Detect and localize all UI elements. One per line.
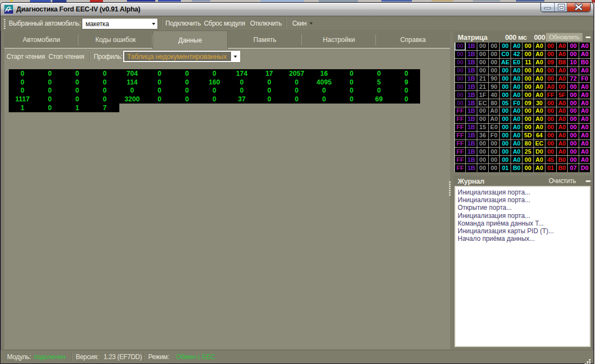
journal-collapse-button[interactable] <box>586 180 591 182</box>
matrix-cell[interactable]: 00 <box>477 148 489 156</box>
matrix-cell[interactable]: D0 <box>579 164 591 172</box>
matrix-cell[interactable]: FF <box>545 91 557 99</box>
toolbar-grip[interactable] <box>4 19 5 29</box>
matrix-cell[interactable]: 09 <box>523 99 534 107</box>
matrix-cell[interactable]: A0 <box>511 43 523 51</box>
matrix-cell[interactable]: 00 <box>568 148 579 156</box>
matrix-cell[interactable]: 00 <box>568 67 579 75</box>
matrix-row-address[interactable]: FF <box>455 140 466 148</box>
matrix-cell[interactable]: 1B <box>466 83 477 91</box>
chevron-down-icon[interactable] <box>150 23 157 25</box>
matrix-cell[interactable]: A0 <box>534 116 545 124</box>
matrix-cell[interactable]: 1B <box>466 91 477 99</box>
matrix-cell[interactable]: A0 <box>579 99 591 107</box>
matrix-cell[interactable]: 07 <box>568 164 579 172</box>
matrix-cell[interactable]: 1B <box>466 116 477 124</box>
matrix-cell[interactable]: B0 <box>557 164 568 172</box>
matrix-cell[interactable]: A0 <box>534 124 545 132</box>
matrix-cell[interactable]: 1B <box>466 156 477 164</box>
matrix-cell[interactable]: 00 <box>545 51 557 59</box>
tab[interactable]: Коды ошибок <box>78 32 153 48</box>
matrix-cell[interactable]: A0 <box>545 83 557 91</box>
matrix-cell[interactable]: 01 <box>500 164 511 172</box>
matrix-cell[interactable]: 00 <box>477 140 489 148</box>
matrix-cell[interactable]: A0 <box>557 132 568 140</box>
tab[interactable]: Справка <box>376 32 450 48</box>
matrix-cell[interactable]: 00 <box>568 91 579 99</box>
journal-log[interactable]: Инициализация порта...Инициализация порт… <box>454 186 591 347</box>
matrix-cell[interactable]: 90 <box>489 75 500 83</box>
chevron-down-icon[interactable] <box>231 52 239 61</box>
matrix-cell[interactable]: 1F <box>477 91 489 99</box>
matrix-cell[interactable]: D0 <box>534 148 545 156</box>
matrix-cell[interactable]: 1B <box>466 59 477 67</box>
matrix-row-address[interactable]: 00 <box>455 99 466 107</box>
matrix-cell[interactable]: 00 <box>523 107 534 116</box>
matrix-cell[interactable]: 00 <box>500 140 511 148</box>
matrix-cell[interactable]: A0 <box>557 99 568 107</box>
matrix-cell[interactable]: A0 <box>579 132 591 140</box>
matrix-cell[interactable]: 21 <box>477 83 489 91</box>
matrix-row-address[interactable]: 00 <box>455 83 466 91</box>
matrix-cell[interactable]: B0 <box>579 59 591 67</box>
matrix-cell[interactable]: 00 <box>489 67 500 75</box>
matrix-cell[interactable]: 09 <box>545 59 557 67</box>
matrix-cell[interactable]: 1B <box>466 107 477 116</box>
matrix-cell[interactable]: 00 <box>477 59 489 67</box>
matrix-cell[interactable]: E0 <box>511 59 523 67</box>
matrix-cell[interactable]: 45 <box>545 156 557 164</box>
matrix-cell[interactable]: A0 <box>579 148 591 156</box>
matrix-cell[interactable]: A0 <box>511 132 523 140</box>
matrix-cell[interactable]: 25 <box>523 148 534 156</box>
journal-clear-button[interactable]: Очистить <box>549 177 576 185</box>
minimize-button[interactable] <box>541 3 554 11</box>
matrix-cell[interactable]: 00 <box>523 164 534 172</box>
matrix-row-address[interactable]: 00 <box>455 67 466 75</box>
matrix-cell[interactable]: F0 <box>511 99 523 107</box>
matrix-cell[interactable]: A0 <box>534 43 545 51</box>
matrix-cell[interactable]: 00 <box>489 156 500 164</box>
matrix-cell[interactable]: A0 <box>557 116 568 124</box>
matrix-cell[interactable]: 00 <box>568 116 579 124</box>
matrix-cell[interactable]: 00 <box>523 51 534 59</box>
matrix-row-address[interactable]: 00 <box>455 75 466 83</box>
matrix-cell[interactable]: A0 <box>579 116 591 124</box>
matrix-row-address[interactable]: FF <box>455 124 466 132</box>
matrix-cell[interactable]: 01 <box>545 164 557 172</box>
matrix-cell[interactable]: 00 <box>477 51 489 59</box>
matrix-collapse-button[interactable] <box>586 37 591 38</box>
start-reading-button[interactable]: Старт чтения <box>7 53 45 60</box>
matrix-cell[interactable]: A0 <box>557 107 568 116</box>
matrix-cell[interactable]: 30 <box>534 99 545 107</box>
matrix-cell[interactable]: 90 <box>489 83 500 91</box>
matrix-row-address[interactable]: FF <box>455 164 466 172</box>
matrix-cell[interactable]: A0 <box>534 67 545 75</box>
matrix-cell[interactable]: 5F <box>557 91 568 99</box>
matrix-cell[interactable]: A0 <box>534 83 545 91</box>
matrix-cell[interactable]: A0 <box>534 164 545 172</box>
matrix-cell[interactable]: 00 <box>568 132 579 140</box>
matrix-cell[interactable]: 00 <box>500 156 511 164</box>
matrix-cell[interactable]: 00 <box>500 116 511 124</box>
matrix-cell[interactable]: 00 <box>568 51 579 59</box>
matrix-cell[interactable]: 00 <box>523 43 534 51</box>
matrix-cell[interactable]: 1B <box>466 67 477 75</box>
matrix-cell[interactable]: 1B <box>466 51 477 59</box>
matrix-cell[interactable]: A0 <box>534 51 545 59</box>
maximize-button[interactable] <box>554 3 567 11</box>
profile-combobox[interactable]: Таблица недокументированных <box>123 51 240 62</box>
matrix-cell[interactable]: 00 <box>500 91 511 99</box>
matrix-cell[interactable]: A0 <box>511 116 523 124</box>
matrix-cell[interactable]: A0 <box>557 140 568 148</box>
matrix-cell[interactable]: 00 <box>523 156 534 164</box>
matrix-cell[interactable]: EC <box>534 140 545 148</box>
matrix-cell[interactable]: AE <box>500 59 511 67</box>
matrix-cell[interactable]: 5D <box>523 132 534 140</box>
matrix-cell[interactable]: 00 <box>500 67 511 75</box>
tab[interactable]: Данные <box>153 31 228 49</box>
matrix-cell[interactable]: A0 <box>557 124 568 132</box>
resize-grip[interactable] <box>589 359 591 361</box>
tab[interactable]: Память <box>228 32 302 48</box>
matrix-cell[interactable]: A0 <box>511 156 523 164</box>
matrix-cell[interactable]: B8 <box>557 59 568 67</box>
